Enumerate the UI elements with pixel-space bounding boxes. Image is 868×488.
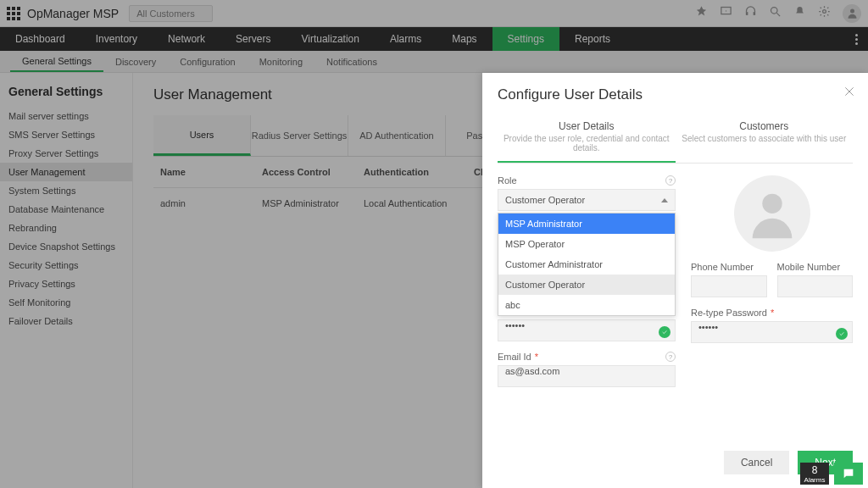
panel-tab-customers-title: Customers xyxy=(679,120,850,132)
email-input[interactable]: as@asd.com xyxy=(498,365,676,387)
role-option[interactable]: MSP Operator xyxy=(498,234,675,254)
panel-tab-details-desc: Provide the user role, credential and co… xyxy=(501,134,672,152)
email-label: Email Id xyxy=(498,352,531,362)
role-select[interactable]: Customer Operator xyxy=(498,189,676,211)
alarm-label: Alarms xyxy=(804,476,826,484)
user-photo-placeholder[interactable] xyxy=(734,175,810,252)
configure-user-panel: Configure User Details User Details Prov… xyxy=(482,73,868,488)
panel-tab-details[interactable]: User Details Provide the user role, cred… xyxy=(498,115,676,163)
panel-tab-customers[interactable]: Customers Select customers to associate … xyxy=(676,115,854,163)
retype-input[interactable]: •••••• xyxy=(691,321,853,343)
role-field: Role? Customer Operator MSP Administrato… xyxy=(498,175,676,211)
panel-tab-details-title: User Details xyxy=(501,120,672,132)
mobile-label: Mobile Number xyxy=(777,262,841,272)
chat-widget[interactable] xyxy=(834,463,863,485)
role-label: Role xyxy=(498,175,517,186)
phone-input[interactable] xyxy=(691,275,767,297)
role-option[interactable]: Customer Operator xyxy=(498,274,675,295)
mobile-input[interactable] xyxy=(777,275,854,297)
password-input[interactable]: •••••• xyxy=(498,319,676,341)
panel-title: Configure User Details xyxy=(498,86,853,103)
cancel-button[interactable]: Cancel xyxy=(724,451,789,474)
help-icon[interactable]: ? xyxy=(665,175,676,186)
chevron-up-icon xyxy=(661,198,668,202)
alarm-widget[interactable]: 8 Alarms xyxy=(800,463,829,485)
alarm-count: 8 xyxy=(812,464,818,476)
role-value: Customer Operator xyxy=(505,195,585,205)
help-icon[interactable]: ? xyxy=(665,352,676,362)
role-dropdown: MSP Administrator MSP Operator Customer … xyxy=(498,213,676,316)
role-option[interactable]: abc xyxy=(498,295,675,315)
check-ok-icon xyxy=(659,326,670,338)
retype-label: Re-type Password xyxy=(691,308,767,318)
role-option[interactable]: Customer Administrator xyxy=(498,254,675,274)
role-option[interactable]: MSP Administrator xyxy=(498,214,675,234)
email-field: Email Id*? as@asd.com xyxy=(498,352,676,387)
retype-field: Re-type Password* •••••• xyxy=(691,308,853,343)
check-ok-icon xyxy=(836,328,848,340)
close-icon[interactable] xyxy=(843,85,856,102)
panel-tab-customers-desc: Select customers to associate with this … xyxy=(679,134,850,143)
phone-label: Phone Number xyxy=(691,262,754,272)
svg-point-10 xyxy=(762,194,782,214)
